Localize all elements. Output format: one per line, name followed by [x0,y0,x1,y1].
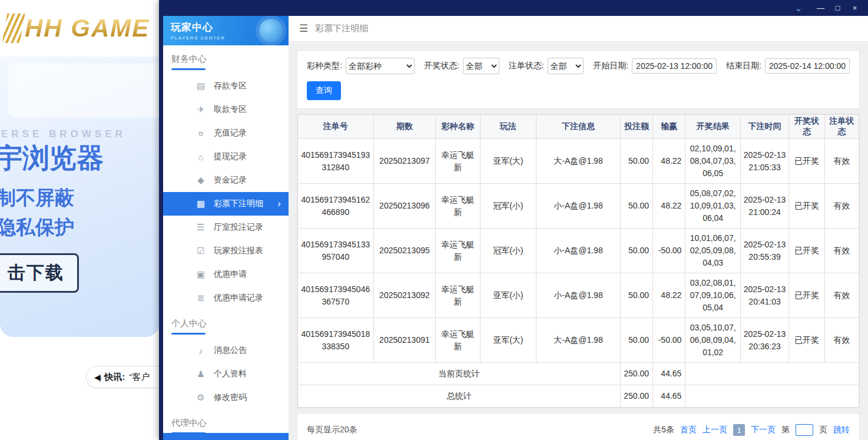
col-amount: 投注额 [620,115,652,139]
cell-result: 03,02,08,01,07,09,10,06,05,04 [685,273,740,318]
cell-amount: 50.00 [620,273,652,318]
section-agent-label: 代理中心 [171,418,289,429]
sidebar-bottom-bar [163,433,289,440]
sidebar-item-label: 存款专区 [214,81,247,91]
total-summary-amount: 250.00 [620,385,652,408]
col-bet-info: 下注信息 [536,115,621,139]
col-draw-status: 开奖状态 [789,115,824,139]
recharge-icon: ¤ [195,128,207,138]
page-summary-amount: 250.00 [620,363,652,385]
chevron-down-icon[interactable]: ⌄ [790,3,807,14]
cell-lottery-name: 幸运飞艇新 [436,318,480,363]
bet-status-select[interactable]: 全部 [548,58,584,74]
sidebar: 玩家中心 PLAYERS CENTER 财务中心 ▤ 存款专区 ✈ 取款专区 ¤… [163,16,289,440]
promo-line-3: 隐私保护 [0,214,74,241]
cell-play: 亚军(大) [480,139,536,184]
lottery-detail-icon: ▦ [195,199,207,209]
start-date-input[interactable] [632,58,717,74]
logo-ornament-icon [2,14,25,43]
cell-winloss: 48.22 [653,273,685,318]
cell-result: 10,01,06,07,02,05,09,08,04,03 [685,229,740,273]
end-date-label: 结束日期: [726,61,761,71]
cell-bet-info: 小-A盘@1.98 [536,229,621,273]
lottery-type-select[interactable]: 全部彩种 [346,58,415,74]
ticker-label: 快讯: [104,372,125,383]
cell-bet-no: 401569173945193312840 [298,139,374,184]
sidebar-item-profile[interactable]: ♟ 个人资料 [163,362,289,386]
ticker-text: “客户 [129,372,150,383]
sidebar-item-withdraw[interactable]: ✈ 取款专区 [163,98,289,121]
sidebar-item-label: 充值记录 [214,128,247,138]
bet-table-card: 注单号 期数 彩种名称 玩法 下注信息 投注额 输赢 开奖结果 下注时间 开奖状… [297,114,860,408]
sidebar-item-messages[interactable]: ♪ 消息公告 [163,339,289,362]
draw-status-select[interactable]: 全部 [463,58,499,74]
current-page-button[interactable]: 1 [733,424,745,436]
sidebar-item-label: 提现记录 [214,151,247,162]
funds-icon: ◆ [195,175,207,186]
cell-time: 2025-02-13 20:55:39 [740,229,789,273]
page-title: 彩票下注明细 [315,23,368,34]
sidebar-item-promo-apply-records[interactable]: ≣ 优惠申请记录 [163,286,289,310]
jump-suffix-label: 页 [819,425,827,435]
sidebar-item-player-bet-report[interactable]: ☑ 玩家投注报表 [163,239,289,263]
download-button[interactable]: 击下载 [0,253,79,293]
sidebar-item-label: 厅室投注记录 [214,222,263,233]
page-size-label: 每页显示20条 [307,425,357,435]
end-date-input[interactable] [765,58,850,74]
sidebar-item-label: 玩家投注报表 [214,246,263,256]
cell-play: 亚军(小) [480,273,536,318]
sidebar-item-change-password[interactable]: ⚙ 修改密码 [163,386,289,409]
page-summary-label: 当前页统计 [298,363,621,385]
cell-period: 20250213092 [373,273,436,318]
total-summary-row: 总统计 250.00 44.65 [298,385,859,408]
cell-lottery-name: 幸运飞艇新 [436,273,480,318]
jump-page-input[interactable] [796,424,813,436]
promo-illustration [8,64,159,118]
sidebar-header: 玩家中心 PLAYERS CENTER [163,16,289,45]
col-time: 下注时间 [740,115,789,139]
speaker-icon: ◀) [94,373,100,382]
sidebar-item-deposit[interactable]: ▤ 存款专区 [163,74,289,98]
sidebar-item-label: 优惠申请 [214,269,247,280]
sidebar-item-recharge-records[interactable]: ¤ 充值记录 [163,121,289,145]
cell-bet-no: 401569173945046367570 [298,273,374,318]
prev-page-link[interactable]: 上一页 [703,425,727,435]
cell-bet-info: 大-A盘@1.98 [536,318,621,363]
sidebar-item-room-bet-records[interactable]: ☰ 厅室投注记录 [163,216,289,239]
sidebar-item-label: 彩票下注明细 [214,199,263,209]
sidebar-item-label: 修改密码 [214,392,247,403]
sidebar-item-promo-apply[interactable]: ▣ 优惠申请 [163,263,289,286]
sidebar-item-lottery-bet-details[interactable]: ▦ 彩票下注明细 › [163,192,289,216]
start-date-label: 开始日期: [593,61,628,71]
sidebar-item-withdrawal-records[interactable]: ⌂ 提现记录 [163,145,289,168]
table-header-row: 注单号 期数 彩种名称 玩法 下注信息 投注额 输赢 开奖结果 下注时间 开奖状… [298,115,859,139]
first-page-link[interactable]: 首页 [680,425,697,435]
sidebar-subtitle: PLAYERS CENTER [171,35,225,41]
total-summary-winloss: 44.65 [653,385,685,408]
cell-bet-status: 有效 [824,229,859,273]
search-button[interactable]: 查询 [307,81,341,100]
cell-bet-info: 小-A盘@1.98 [536,184,621,229]
promo-title: 宇浏览器 [0,140,104,177]
cell-bet-no: 401569173945018338350 [298,318,374,363]
cell-period: 20250213095 [373,229,436,273]
section-personal-label: 个人中心 [171,318,289,329]
col-bet-status: 注单状态 [824,115,859,139]
menu-toggle-icon[interactable]: ☰ [299,22,308,35]
cell-period: 20250213096 [373,184,436,229]
deposit-icon: ▤ [195,81,207,91]
window-close-button[interactable]: × [846,4,863,12]
promo-icon: ▣ [195,269,207,280]
next-page-link[interactable]: 下一页 [751,425,776,435]
cell-amount: 50.00 [620,318,652,363]
sidebar-item-label: 个人资料 [214,369,247,379]
promo-subtitle: ERSE BROWSER [1,128,126,140]
cashout-icon: ⌂ [195,152,207,162]
room-records-icon: ☰ [195,222,207,233]
window-maximize-button[interactable]: □ [829,4,846,12]
sidebar-item-fund-records[interactable]: ◆ 资金记录 [163,168,289,192]
window-titlebar: ⌄ — □ × [159,0,868,16]
window-minimize-button[interactable]: — [812,4,829,12]
jump-button[interactable]: 跳转 [833,425,850,435]
page-summary-winloss: 44.65 [653,363,685,385]
